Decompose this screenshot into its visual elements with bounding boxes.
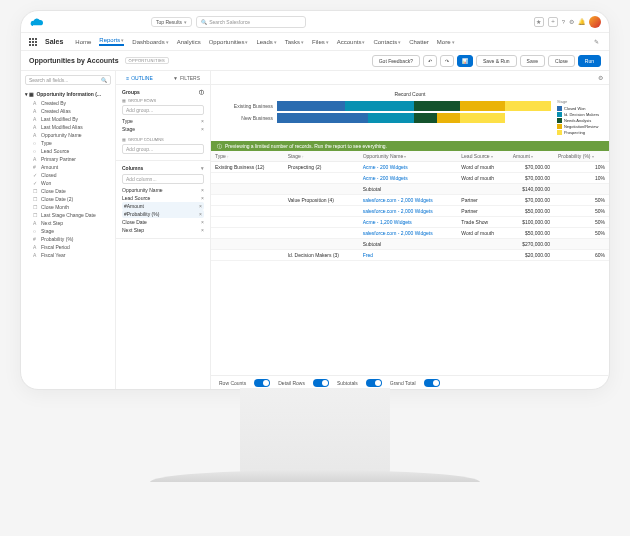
chart-toggle-button[interactable]: 📊 (457, 55, 473, 67)
legend-item: Negotiation/Review (557, 124, 599, 129)
top-results-dropdown[interactable]: Top Results▾ (151, 17, 192, 27)
group-row-stage[interactable]: Stage× (122, 125, 204, 133)
help-icon[interactable]: ? (562, 19, 565, 25)
column-header[interactable]: Stage↑ (284, 151, 359, 162)
redo-button[interactable]: ↷ (440, 55, 454, 67)
field-item[interactable]: #Probability (%) (33, 235, 111, 243)
global-search-input[interactable]: 🔍Search Salesforce (196, 16, 306, 28)
table-row: salesforce.com - 2,000 WidgetsWord of mo… (211, 228, 609, 239)
nav-contacts[interactable]: Contacts▾ (373, 39, 401, 45)
legend-item: Needs Analysis (557, 118, 599, 123)
column-header[interactable]: Opportunity Name▾ (359, 151, 458, 162)
save-run-button[interactable]: Save & Run (476, 55, 517, 67)
chart: Record Count Existing BusinessNew Busine… (211, 85, 609, 141)
group-cols-label: ▦GROUP COLUMNS (122, 137, 204, 142)
group-rows-label: ▦GROUP ROWS (122, 98, 204, 103)
detail-rows-toggle[interactable] (313, 379, 329, 387)
groups-heading: Groupsⓘ (122, 89, 204, 95)
edit-nav-icon[interactable]: ✎ (591, 37, 601, 47)
column-header[interactable]: Amount▾ (509, 151, 554, 162)
avatar[interactable] (589, 16, 601, 28)
table-row: Existing Business (12)Prospecting (2)Acm… (211, 162, 609, 173)
row-counts-toggle[interactable] (254, 379, 270, 387)
nav-leads[interactable]: Leads▾ (256, 39, 276, 45)
field-item[interactable]: ☐Close Month (33, 203, 111, 211)
add-icon[interactable]: ＋ (548, 17, 558, 27)
field-item[interactable]: ○Lead Source (33, 147, 111, 155)
field-item[interactable]: ACreated Alias (33, 107, 111, 115)
nav-home[interactable]: Home (75, 39, 91, 45)
field-item[interactable]: AFiscal Period (33, 243, 111, 251)
add-group-cols-input[interactable]: Add group... (122, 144, 204, 154)
nav-accounts[interactable]: Accounts▾ (337, 39, 366, 45)
field-item[interactable]: ○Type (33, 139, 111, 147)
nav-reports[interactable]: Reports▾ (99, 37, 124, 46)
col-probability[interactable]: # Probability (%)× (122, 210, 204, 218)
legend-item: Id. Decision Makers (557, 112, 599, 117)
field-item[interactable]: ☐Close Date (2) (33, 195, 111, 203)
table-row: Value Proposition (4)salesforce.com - 2,… (211, 195, 609, 206)
app-name: Sales (45, 38, 63, 45)
tab-outline[interactable]: ≡OUTLINE (116, 71, 163, 84)
info-icon: ⓘ (217, 143, 222, 149)
favorite-icon[interactable]: ★ (534, 17, 544, 27)
field-item[interactable]: #Amount (33, 163, 111, 171)
field-item[interactable]: ✓Closed (33, 171, 111, 179)
field-item[interactable]: ALast Modified By (33, 115, 111, 123)
nav-chatter[interactable]: Chatter (409, 39, 429, 45)
chart-category-label: Existing Business (221, 103, 273, 109)
close-button[interactable]: Close (548, 55, 575, 67)
field-item[interactable]: ANext Step (33, 219, 111, 227)
field-item[interactable]: ✓Won (33, 179, 111, 187)
report-settings-icon[interactable]: ⚙ (598, 74, 603, 81)
tab-filters[interactable]: ▼FILTERS (163, 71, 210, 84)
nav-dashboards[interactable]: Dashboards▾ (132, 39, 168, 45)
col-amount[interactable]: # Amount× (122, 202, 204, 210)
chart-category-label: New Business (221, 115, 273, 121)
legend-item: Closed Won (557, 106, 599, 111)
column-header[interactable]: Lead Source▾ (457, 151, 508, 162)
col-next-step[interactable]: Next Step× (122, 226, 204, 234)
nav-more[interactable]: More▾ (437, 39, 455, 45)
field-item[interactable]: ○Stage (33, 227, 111, 235)
feedback-button[interactable]: Got Feedback? (372, 55, 420, 67)
field-item[interactable]: ACreated By (33, 99, 111, 107)
add-group-rows-input[interactable]: Add group... (122, 105, 204, 115)
chart-bar (277, 113, 551, 123)
column-header[interactable]: Probability (%)▾ (554, 151, 609, 162)
groups-help-icon[interactable]: ⓘ (199, 89, 204, 95)
col-lead-source[interactable]: Lead Source× (122, 194, 204, 202)
field-item[interactable]: ☐Last Stage Change Date (33, 211, 111, 219)
undo-button[interactable]: ↶ (423, 55, 437, 67)
field-item[interactable]: APrimary Partner (33, 155, 111, 163)
field-item[interactable]: AFiscal Year (33, 251, 111, 259)
run-button[interactable]: Run (578, 55, 601, 67)
subtotals-toggle[interactable] (366, 379, 382, 387)
field-item[interactable]: ALast Modified Alias (33, 123, 111, 131)
page-title: Opportunities by Accounts (29, 57, 119, 64)
fields-panel: Search all fields...🔍 ▾ ▦Opportunity Inf… (21, 71, 116, 389)
table-row: Acme - 200 WidgetsWord of mouth$70,000.0… (211, 173, 609, 184)
legend-item: Prospecting (557, 130, 599, 135)
settings-icon[interactable]: ⚙ (569, 18, 574, 25)
nav-tasks[interactable]: Tasks▾ (285, 39, 304, 45)
column-header[interactable]: Type↑ (211, 151, 284, 162)
nav-opportunities[interactable]: Opportunities▾ (209, 39, 249, 45)
save-button[interactable]: Save (520, 55, 545, 67)
fields-root[interactable]: ▾ ▦Opportunity Information (... (25, 89, 111, 99)
notifications-icon[interactable]: 🔔 (578, 18, 585, 25)
app-launcher-icon[interactable] (29, 38, 37, 46)
outline-panel: ≡OUTLINE ▼FILTERS Groupsⓘ ▦GROUP ROWS Ad… (116, 71, 211, 389)
field-item[interactable]: AOpportunity Name (33, 131, 111, 139)
page-header: Opportunities by Accounts OPPORTUNITIES … (21, 51, 609, 71)
nav-files[interactable]: Files▾ (312, 39, 329, 45)
fields-search-input[interactable]: Search all fields...🔍 (25, 75, 111, 85)
field-item[interactable]: ☐Close Date (33, 187, 111, 195)
grand-total-toggle[interactable] (424, 379, 440, 387)
col-close-date[interactable]: Close Date× (122, 218, 204, 226)
nav-analytics[interactable]: Analytics (177, 39, 201, 45)
col-opportunity-name[interactable]: Opportunity Name× (122, 186, 204, 194)
add-column-input[interactable]: Add column... (122, 174, 204, 184)
group-row-type[interactable]: Type× (122, 117, 204, 125)
chart-title: Record Count (221, 91, 599, 97)
